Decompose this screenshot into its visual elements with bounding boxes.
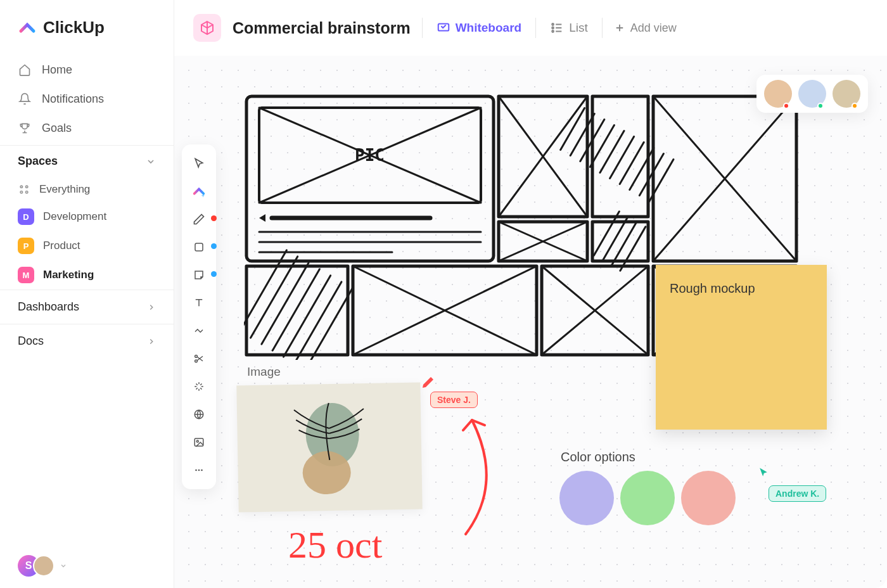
space-development[interactable]: D Development: [0, 202, 174, 231]
svg-rect-22: [592, 96, 648, 217]
add-view[interactable]: Add view: [614, 22, 677, 35]
handwriting-arrow: [428, 401, 516, 540]
svg-text:PIC: PIC: [355, 146, 385, 165]
user-avatar: [33, 555, 54, 577]
view-list[interactable]: List: [547, 17, 590, 39]
color-swatch[interactable]: [620, 471, 675, 525]
tool-clickup[interactable]: +: [186, 179, 212, 204]
cursor-steve: [420, 375, 435, 390]
svg-point-16: [198, 470, 200, 471]
svg-point-5: [552, 23, 554, 25]
space-badge: P: [18, 238, 34, 254]
view-whiteboard[interactable]: Whiteboard: [434, 17, 525, 39]
svg-rect-24: [592, 222, 648, 261]
image-block[interactable]: [236, 382, 422, 512]
collaborator-avatar[interactable]: [798, 80, 826, 108]
nav-notifications[interactable]: Notifications: [0, 84, 174, 113]
tool-sparkle[interactable]: [186, 374, 212, 399]
chevron-right-icon: [147, 337, 156, 346]
page-icon[interactable]: [193, 14, 221, 42]
svg-point-1: [26, 186, 28, 188]
svg-point-6: [552, 27, 554, 29]
svg-point-2: [20, 191, 22, 193]
spaces-everything[interactable]: Everything: [0, 177, 174, 202]
svg-rect-13: [195, 438, 203, 446]
separator: [422, 18, 423, 38]
color-swatch[interactable]: [559, 471, 614, 525]
page-title: Commercial brainstorm: [233, 19, 411, 37]
cursor-tag-andrew: Andrew K.: [769, 485, 826, 502]
logo-icon: [18, 18, 37, 37]
home-icon: [18, 63, 32, 77]
svg-text:+: +: [201, 193, 205, 198]
space-marketing[interactable]: M Marketing: [0, 260, 174, 290]
svg-point-17: [201, 470, 203, 471]
list-icon: [550, 21, 564, 35]
tool-sticky[interactable]: [186, 262, 212, 288]
tool-web[interactable]: [186, 402, 212, 427]
svg-rect-26: [246, 266, 348, 355]
main: Commercial brainstorm Whiteboard List Ad…: [174, 0, 887, 588]
nav-goals[interactable]: Goals: [0, 113, 174, 143]
nav-label: Home: [42, 63, 72, 77]
svg-point-7: [552, 30, 554, 32]
tool-shape[interactable]: [186, 234, 212, 260]
collaborator-avatar[interactable]: [764, 80, 792, 108]
collaborators[interactable]: [756, 75, 868, 113]
chevron-down-icon: [146, 157, 156, 167]
tool-image[interactable]: [186, 430, 212, 455]
svg-point-3: [26, 191, 28, 193]
cursor-tag-steve: Steve J.: [430, 392, 478, 408]
sticky-note[interactable]: Rough mockup: [656, 265, 827, 430]
spaces-header[interactable]: Spaces: [0, 145, 174, 177]
trophy-icon: [18, 121, 32, 135]
nav-label: Goals: [42, 122, 72, 135]
space-badge: M: [18, 267, 34, 283]
svg-rect-9: [195, 243, 203, 251]
svg-rect-18: [246, 96, 494, 261]
sidebar-user[interactable]: S: [0, 555, 174, 577]
space-product[interactable]: P Product: [0, 231, 174, 260]
nav-home[interactable]: Home: [0, 55, 174, 84]
color-swatch[interactable]: [681, 471, 736, 525]
chevron-right-icon: [147, 303, 156, 312]
svg-text:25 oct: 25 oct: [288, 524, 383, 566]
separator: [535, 18, 536, 38]
tool-scissors[interactable]: [186, 346, 212, 371]
collaborator-avatar[interactable]: [833, 80, 860, 108]
plus-icon: [614, 22, 625, 34]
whiteboard-canvas[interactable]: +: [174, 56, 887, 588]
toolbox: +: [182, 144, 216, 489]
color-options-label: Color options: [561, 450, 635, 464]
svg-point-15: [195, 470, 197, 471]
separator: [602, 18, 603, 38]
svg-point-0: [20, 186, 22, 188]
tool-connector[interactable]: [186, 318, 212, 343]
space-badge: D: [18, 208, 34, 225]
whiteboard-icon: [437, 21, 450, 35]
logo-text: ClickUp: [43, 18, 105, 37]
tool-pointer[interactable]: [186, 151, 212, 176]
cursor-andrew: [757, 466, 770, 479]
tool-more[interactable]: [186, 457, 212, 483]
sidebar: ClickUp Home Notifications Goals Spaces …: [0, 0, 174, 588]
nav-docs[interactable]: Docs: [0, 324, 174, 358]
nav-label: Notifications: [42, 93, 104, 106]
tool-text[interactable]: [186, 290, 212, 316]
nav-dashboards[interactable]: Dashboards: [0, 290, 174, 324]
grid-icon: [18, 183, 30, 196]
topbar: Commercial brainstorm Whiteboard List Ad…: [174, 0, 887, 56]
bell-icon: [18, 92, 32, 106]
svg-point-14: [196, 440, 198, 442]
chevron-down-icon: [60, 562, 67, 570]
image-label: Image: [247, 365, 281, 379]
tool-pen[interactable]: [186, 207, 212, 232]
logo[interactable]: ClickUp: [0, 18, 174, 53]
